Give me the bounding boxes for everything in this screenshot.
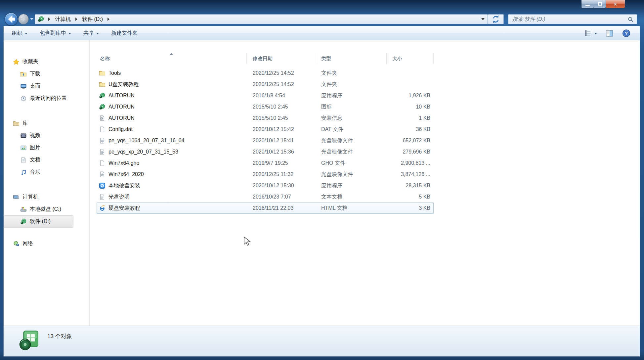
file-rows: Tools2020/12/25 14:52文件夹U盘安装教程2020/12/25… (97, 68, 434, 214)
file-date: 2015/5/10 2:45 (247, 115, 317, 121)
refresh-button[interactable] (488, 14, 504, 24)
file-size: 3,874,126 ... (387, 171, 434, 177)
file-type-icon (99, 81, 106, 88)
toolbar-button[interactable]: 共享 (83, 30, 99, 37)
column-header-label: 大小 (392, 56, 402, 62)
toolbar-button[interactable]: 包含到库中 (40, 30, 71, 37)
file-name: pe_yqs_1064_20_07_31_16_04 (108, 138, 185, 144)
file-type-label: HTML 文档 (317, 205, 387, 212)
sidebar-item-图片[interactable]: 图片 (4, 142, 73, 154)
navigation-bar: 计算机软件 (D:) (0, 13, 644, 25)
breadcrumb-item[interactable]: 计算机 (54, 15, 71, 23)
sidebar-item-label: 文档 (30, 157, 40, 163)
file-name-cell: 硬盘安装教程 (97, 205, 247, 212)
column-header-3[interactable]: 大小 (387, 53, 434, 64)
toolbar-button[interactable]: 组织 (12, 30, 27, 37)
maximize-icon (598, 2, 602, 6)
file-row[interactable]: Win7x64_20202020/12/25 11:32光盘映像文件3,874,… (97, 169, 434, 180)
sidebar-item-下载[interactable]: 下载 (4, 68, 73, 80)
file-name-cell: Win7x64_2020 (97, 171, 247, 178)
video-icon (20, 132, 27, 139)
file-date: 2016/11/21 22:03 (247, 205, 317, 211)
file-type-label: 光盘映像文件 (317, 137, 387, 144)
file-row[interactable]: Config.dat2020/10/12 15:42DAT 文件36 KB (97, 124, 434, 135)
address-bar[interactable]: 计算机软件 (D:) (35, 14, 488, 24)
breadcrumb-separator-icon (75, 18, 77, 21)
file-type-icon (99, 115, 106, 121)
file-type-icon (99, 137, 106, 144)
search-input[interactable] (508, 15, 637, 24)
sidebar-section-库[interactable]: 库 (4, 117, 73, 129)
toolbar-button-label: 包含到库中 (40, 30, 66, 37)
file-date: 2015/5/10 2:45 (247, 104, 317, 110)
preview-pane-icon (606, 30, 614, 37)
file-row[interactable]: AUTORUN2016/1/8 4:54应用程序1,926 KB (97, 90, 434, 101)
minimize-icon (585, 5, 590, 6)
forward-button[interactable] (18, 14, 29, 24)
preview-pane-button[interactable] (606, 30, 614, 37)
file-date: 2016/10/23 7:07 (247, 194, 317, 200)
file-row[interactable]: pe_yqs_xp_20_07_31_15_532020/10/12 15:36… (97, 146, 434, 158)
sidebar-item-视频[interactable]: 视频 (4, 129, 73, 142)
file-row[interactable]: 本地硬盘安装2020/10/12 15:30应用程序28,315 KB (97, 180, 434, 191)
file-row[interactable]: U盘安装教程2020/12/25 14:52文件夹 (97, 79, 434, 90)
file-date: 2016/1/8 4:54 (247, 93, 317, 99)
file-type-label: 光盘映像文件 (317, 171, 387, 178)
file-row[interactable]: 硬盘安装教程2016/11/21 22:03HTML 文档3 KB (97, 202, 434, 214)
sidebar-item-音乐[interactable]: 音乐 (4, 166, 73, 178)
column-header-2[interactable]: 类型 (317, 53, 387, 64)
toolbar-button-label: 共享 (83, 30, 94, 37)
maximize-button[interactable] (594, 0, 606, 8)
navigation-pane: 收藏夹下载桌面最近访问的位置库视频图片文档音乐计算机本地磁盘 (C:)软件 (D… (4, 40, 90, 326)
file-row[interactable]: 光盘说明2016/10/23 7:07文本文档5 KB (97, 191, 434, 202)
file-type-label: 应用程序 (317, 92, 387, 99)
change-view-button[interactable] (584, 30, 597, 36)
breadcrumb-item[interactable]: 软件 (D:) (81, 15, 104, 23)
column-header-0[interactable]: 名称 (97, 53, 247, 64)
file-name: Win7x64.gho (108, 160, 139, 166)
file-row[interactable]: pe_yqs_1064_20_07_31_16_042020/10/12 15:… (97, 135, 434, 146)
desktop-icon (20, 83, 27, 90)
help-button[interactable]: ? (622, 29, 630, 37)
file-row[interactable]: Win7x64.gho2019/9/7 19:25GHO 文件2,900,813… (97, 158, 434, 169)
sidebar-item-本地磁盘 (C:)[interactable]: 本地磁盘 (C:) (4, 203, 73, 215)
file-type-icon (99, 205, 106, 211)
sidebar-item-软件 (D:)[interactable]: 软件 (D:) (4, 215, 73, 228)
file-size: 10 KB (387, 104, 434, 110)
sidebar-section-计算机[interactable]: 计算机 (4, 191, 73, 203)
music-icon (20, 169, 27, 176)
file-size: 36 KB (387, 126, 434, 132)
file-row[interactable]: AUTORUN2015/5/10 2:45安装信息1 KB (97, 112, 434, 124)
file-row[interactable]: AUTORUN2015/5/10 2:45图标10 KB (97, 101, 434, 112)
minimize-button[interactable] (581, 0, 594, 8)
file-type-icon (99, 194, 106, 200)
toolbar-button-label: 新建文件夹 (111, 30, 138, 37)
sidebar-section-网络[interactable]: 网络 (4, 238, 73, 250)
close-button[interactable]: ✕ (606, 0, 625, 8)
search-box[interactable] (508, 14, 637, 24)
file-type-icon (99, 92, 106, 99)
sidebar-item-桌面[interactable]: 桌面 (4, 80, 73, 92)
file-size: 1 KB (387, 115, 434, 121)
drive-large-icon (18, 330, 39, 351)
toolbar-button[interactable]: 新建文件夹 (111, 30, 138, 37)
file-size: 28,315 KB (387, 183, 434, 189)
file-size: 1,926 KB (387, 93, 434, 99)
document-icon (20, 157, 27, 163)
file-type-label: 文本文档 (317, 194, 387, 201)
file-row[interactable]: Tools2020/12/25 14:52文件夹 (97, 68, 434, 79)
file-list-pane[interactable]: 名称修改日期类型大小 Tools2020/12/25 14:52文件夹U盘安装教… (90, 40, 640, 326)
recent-pages-chevron[interactable] (30, 18, 34, 21)
address-history-dropdown[interactable] (478, 15, 488, 24)
sidebar-item-文档[interactable]: 文档 (4, 154, 73, 166)
column-header-1[interactable]: 修改日期 (247, 53, 317, 64)
file-size: 3 KB (387, 205, 434, 211)
file-name-cell: AUTORUN (97, 92, 247, 99)
file-type-icon (99, 160, 106, 166)
sidebar-section-收藏夹[interactable]: 收藏夹 (4, 56, 73, 68)
file-name: pe_yqs_xp_20_07_31_15_53 (108, 149, 178, 155)
back-button[interactable] (5, 13, 18, 26)
close-icon: ✕ (613, 2, 618, 7)
breadcrumb-separator-icon (107, 18, 109, 21)
sidebar-item-最近访问的位置[interactable]: 最近访问的位置 (4, 92, 73, 105)
